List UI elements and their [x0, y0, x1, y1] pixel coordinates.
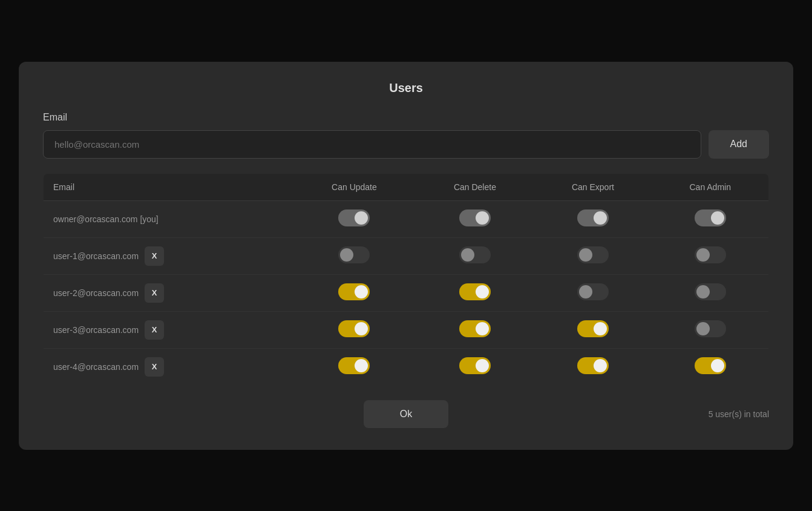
toggle-cell-can-delete — [416, 237, 534, 274]
delete-user-button[interactable]: X — [145, 357, 164, 377]
toggle-knob — [594, 322, 607, 335]
users-modal: Users Email Add Email Can Update Can Del… — [19, 62, 793, 450]
can-export-toggle[interactable] — [577, 246, 609, 263]
toggle-knob — [340, 248, 353, 262]
can-admin-toggle[interactable] — [695, 246, 726, 263]
toggle-knob — [579, 285, 592, 298]
toggle-cell-can-export — [534, 311, 652, 348]
toggle-cell-can-admin — [652, 348, 768, 385]
toggle-cell-can-admin — [652, 237, 768, 274]
users-table: Email Can Update Can Delete Can Export C… — [43, 173, 769, 386]
can-update-toggle[interactable] — [338, 357, 370, 374]
email-cell: user-3@orcascan.comX — [44, 311, 293, 348]
toggle-cell-can-admin — [652, 200, 768, 237]
table-row: owner@orcascan.com [you] — [44, 200, 769, 237]
can-delete-toggle — [459, 209, 491, 226]
email-cell: user-1@orcascan.comX — [44, 237, 293, 274]
user-email: user-2@orcascan.com — [53, 288, 139, 298]
toggle-knob — [579, 248, 592, 262]
user-email: user-1@orcascan.com — [53, 251, 139, 261]
email-label: Email — [43, 112, 769, 123]
col-header-email: Email — [44, 173, 293, 200]
toggle-cell-can-update — [292, 237, 416, 274]
toggle-cell-can-admin — [652, 274, 768, 311]
can-export-toggle[interactable] — [577, 357, 609, 374]
toggle-knob — [476, 322, 489, 335]
toggle-cell-can-update — [292, 274, 416, 311]
toggle-knob — [461, 248, 474, 262]
toggle-cell-can-delete — [416, 311, 534, 348]
ok-button[interactable]: Ok — [364, 400, 448, 428]
email-input[interactable] — [43, 130, 701, 159]
delete-user-button[interactable]: X — [145, 246, 164, 266]
user-email: owner@orcascan.com [you] — [53, 214, 159, 224]
toggle-cell-can-export — [534, 348, 652, 385]
toggle-cell-can-export — [534, 200, 652, 237]
toggle-cell-can-admin — [652, 311, 768, 348]
col-header-can-delete: Can Delete — [416, 173, 534, 200]
can-delete-toggle[interactable] — [459, 320, 491, 337]
toggle-cell-can-update — [292, 348, 416, 385]
table-row: user-2@orcascan.comX — [44, 274, 769, 311]
toggle-cell-can-update — [292, 311, 416, 348]
col-header-can-update: Can Update — [292, 173, 416, 200]
user-email: user-3@orcascan.com — [53, 325, 139, 335]
table-row: user-3@orcascan.comX — [44, 311, 769, 348]
can-admin-toggle[interactable] — [695, 283, 726, 300]
table-row: user-1@orcascan.comX — [44, 237, 769, 274]
add-button[interactable]: Add — [709, 130, 769, 159]
toggle-knob — [476, 285, 489, 298]
user-count: 5 user(s) in total — [709, 409, 769, 419]
can-delete-toggle[interactable] — [459, 357, 491, 374]
col-header-can-export: Can Export — [534, 173, 652, 200]
toggle-cell-can-delete — [416, 348, 534, 385]
can-admin-toggle[interactable] — [695, 320, 726, 337]
toggle-cell-can-delete — [416, 274, 534, 311]
toggle-knob — [355, 211, 368, 225]
footer-row: Ok 5 user(s) in total — [43, 400, 769, 428]
delete-user-button[interactable]: X — [145, 283, 164, 303]
delete-user-button[interactable]: X — [145, 320, 164, 340]
can-export-toggle — [577, 209, 609, 226]
toggle-knob — [355, 359, 368, 372]
modal-title: Users — [43, 81, 769, 95]
toggle-knob — [594, 359, 607, 372]
toggle-knob — [355, 322, 368, 335]
col-header-can-admin: Can Admin — [652, 173, 768, 200]
can-update-toggle[interactable] — [338, 283, 370, 300]
toggle-knob — [711, 359, 724, 372]
toggle-knob — [711, 211, 724, 225]
toggle-cell-can-export — [534, 274, 652, 311]
toggle-knob — [355, 285, 368, 298]
can-update-toggle[interactable] — [338, 246, 370, 263]
table-header-row: Email Can Update Can Delete Can Export C… — [44, 173, 769, 200]
can-admin-toggle — [695, 209, 726, 226]
toggle-cell-can-update — [292, 200, 416, 237]
can-export-toggle[interactable] — [577, 320, 609, 337]
can-admin-toggle[interactable] — [695, 357, 726, 374]
modal-backdrop: Users Email Add Email Can Update Can Del… — [0, 0, 812, 511]
toggle-knob — [476, 359, 489, 372]
can-delete-toggle[interactable] — [459, 246, 491, 263]
toggle-cell-can-export — [534, 237, 652, 274]
can-delete-toggle[interactable] — [459, 283, 491, 300]
toggle-knob — [476, 211, 489, 225]
email-cell: user-2@orcascan.comX — [44, 274, 293, 311]
email-input-row: Add — [43, 130, 769, 159]
toggle-knob — [696, 285, 710, 298]
toggle-knob — [594, 211, 607, 225]
user-email: user-4@orcascan.com — [53, 362, 139, 372]
toggle-knob — [696, 322, 710, 335]
toggle-cell-can-delete — [416, 200, 534, 237]
email-cell: owner@orcascan.com [you] — [44, 200, 293, 237]
toggle-knob — [696, 248, 710, 262]
table-row: user-4@orcascan.comX — [44, 348, 769, 385]
can-update-toggle — [338, 209, 370, 226]
can-update-toggle[interactable] — [338, 320, 370, 337]
can-export-toggle[interactable] — [577, 283, 609, 300]
email-cell: user-4@orcascan.comX — [44, 348, 293, 385]
